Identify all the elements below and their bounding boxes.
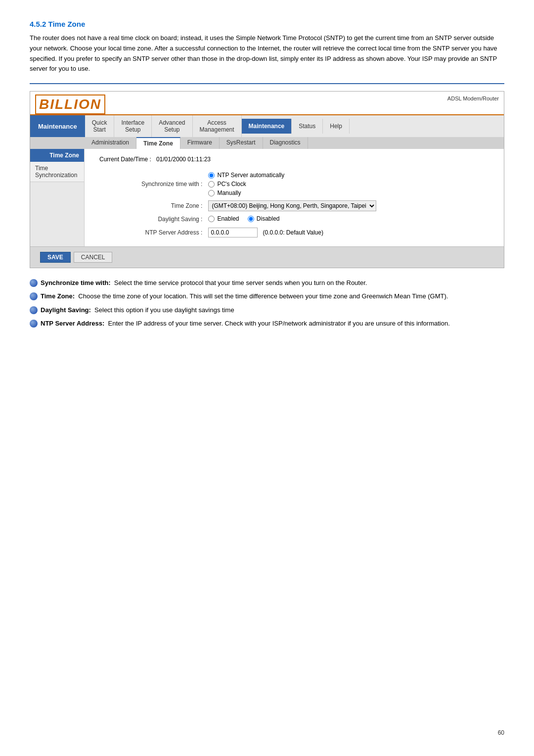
desc-sync-term: Synchronize time with: [41,279,111,286]
desc-item-ntp: NTP Server Address: Enter the IP address… [30,319,504,329]
daylight-enabled-option[interactable]: Enabled [208,215,239,222]
descriptions: Synchronize time with: Select the time s… [30,278,504,329]
desc-ntp-term: NTP Server Address: [41,320,104,327]
timezone-value-cell: (GMT+08:00) Beijing, Hong Kong, Perth, S… [205,198,494,213]
daylight-options-cell: Enabled Disabled [205,213,494,226]
ntp-row: NTP Server Address : (0.0.0.0: Default V… [94,226,494,239]
nav-bar: Maintenance Quick Start Interface Setup … [30,115,504,137]
tab-maintenance[interactable]: Maintenance [242,119,292,134]
daylight-enabled-radio[interactable] [208,216,215,222]
desc-ntp-body: Enter the IP address of your time server… [108,320,450,327]
desc-timezone-term: Time Zone: [41,292,75,300]
ntp-input[interactable] [208,228,258,237]
daylight-disabled-option[interactable]: Disabled [248,215,280,222]
sidebar-time-sync: Time Synchronization [30,162,84,182]
buttons-row: SAVE CANCEL [30,246,504,268]
bullet-icon-daylight [30,306,38,314]
tab-quick-start[interactable]: Quick Start [85,115,115,137]
sync-ntp-auto-label: NTP Server automatically [217,172,284,179]
sidebar-time-zone: Time Zone [30,149,84,162]
subnav-bar: Administration Time Zone Firmware SysRes… [30,137,504,149]
desc-timezone-body: Choose the time zone of your location. T… [78,292,448,300]
sync-radio-group: NTP Server automatically PC's Clock Manu… [208,172,491,196]
tab-status[interactable]: Status [292,119,323,134]
page-number: 60 [498,729,504,736]
router-header: BILLION ADSL Modem/Router [30,92,504,115]
timezone-row: Time Zone : (GMT+08:00) Beijing, Hong Ko… [94,198,494,213]
divider [30,83,504,84]
tab-interface-setup[interactable]: Interface Setup [114,115,152,137]
timezone-label: Time Zone : [94,198,205,213]
current-datetime-row: Current Date/Time : 01/01/2000 01:11:23 [94,156,494,163]
ntp-hint: (0.0.0.0: Default Value) [263,229,323,236]
sync-options: NTP Server automatically PC's Clock Manu… [205,170,494,198]
sync-manually-radio[interactable] [208,190,215,196]
intro-text: The router does not have a real time clo… [30,33,504,74]
bullet-icon-ntp [30,320,38,328]
desc-ntp-text: NTP Server Address: Enter the IP address… [41,319,450,329]
subnav-diagnostics[interactable]: Diagnostics [263,137,308,149]
subnav-time-zone[interactable]: Time Zone [136,137,180,149]
sync-manually-label: Manually [217,189,241,196]
sync-manually-option[interactable]: Manually [208,189,491,196]
desc-daylight-text: Daylight Saving: Select this option if y… [41,305,234,315]
ntp-value-cell: (0.0.0.0: Default Value) [205,226,494,239]
form-table: Synchronize time with : NTP Server autom… [94,170,494,239]
daylight-disabled-label: Disabled [257,215,280,222]
daylight-label: Daylight Saving : [94,213,205,226]
desc-daylight-term: Daylight Saving: [41,306,91,314]
desc-item-daylight: Daylight Saving: Select this option if y… [30,305,504,315]
nav-sidebar-label: Maintenance [30,115,85,137]
desc-timezone-text: Time Zone: Choose the time zone of your … [41,291,448,301]
section-title: 4.5.2 Time Zone [30,20,504,28]
content-main: Current Date/Time : 01/01/2000 01:11:23 … [85,149,504,246]
sync-row: Synchronize time with : NTP Server autom… [94,170,494,198]
desc-item-sync: Synchronize time with: Select the time s… [30,278,504,288]
desc-daylight-body: Select this option if you use daylight s… [94,306,234,314]
daylight-row: Daylight Saving : Enabled Disabled [94,213,494,226]
daylight-enabled-label: Enabled [217,215,239,222]
tab-help[interactable]: Help [323,119,350,134]
sync-pcs-clock-label: PC's Clock [217,181,246,188]
sync-ntp-auto-option[interactable]: NTP Server automatically [208,172,491,179]
router-logo: BILLION [35,94,105,114]
desc-sync-text: Synchronize time with: Select the time s… [41,278,367,288]
tab-access-management[interactable]: Access Management [193,115,242,137]
daylight-disabled-radio[interactable] [248,216,254,222]
sync-pcs-clock-radio[interactable] [208,181,215,188]
router-ui: BILLION ADSL Modem/Router Maintenance Qu… [30,91,504,268]
subnav-firmware[interactable]: Firmware [180,137,220,149]
tab-advanced-setup[interactable]: Advanced Setup [152,115,192,137]
content-area: Time Zone Time Synchronization Current D… [30,149,504,246]
ntp-label: NTP Server Address : [94,226,205,239]
bullet-icon-timezone [30,292,38,300]
subnav-administration[interactable]: Administration [85,137,136,149]
desc-sync-body: Select the time service protocol that yo… [114,279,367,286]
current-datetime-value: 01/01/2000 01:11:23 [156,156,211,163]
desc-item-timezone: Time Zone: Choose the time zone of your … [30,291,504,301]
subnav-sysrestart[interactable]: SysRestart [220,137,263,149]
timezone-select[interactable]: (GMT+08:00) Beijing, Hong Kong, Perth, S… [208,200,376,211]
save-button[interactable]: SAVE [40,252,71,263]
sync-label: Synchronize time with : [94,170,205,198]
content-sidebar: Time Zone Time Synchronization [30,149,85,246]
cancel-button[interactable]: CANCEL [74,252,113,263]
sync-ntp-auto-radio[interactable] [208,172,215,179]
nav-tabs: Quick Start Interface Setup Advanced Set… [85,115,504,137]
current-datetime-label: Current Date/Time : [99,156,151,163]
bullet-icon-sync [30,279,38,287]
brand-label: ADSL Modem/Router [447,94,499,101]
sync-pcs-clock-option[interactable]: PC's Clock [208,181,491,188]
